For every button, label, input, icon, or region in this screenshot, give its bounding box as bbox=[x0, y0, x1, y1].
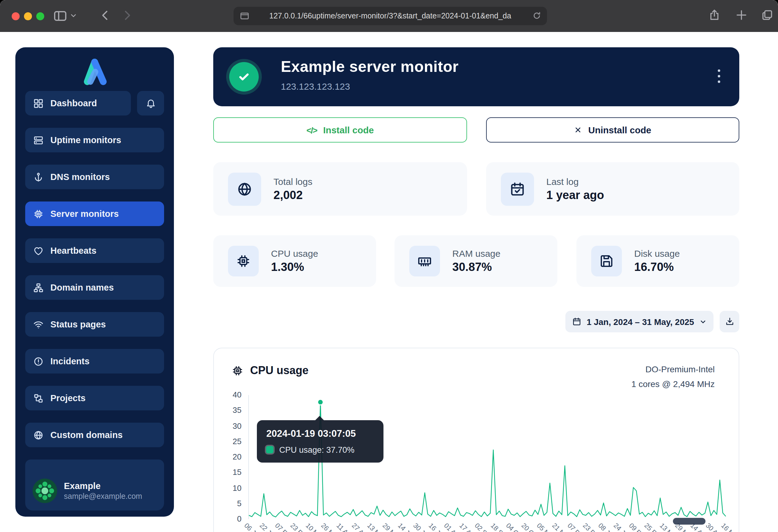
share-icon[interactable] bbox=[708, 9, 721, 21]
stat-value: 1 year ago bbox=[546, 188, 604, 202]
new-tab-icon[interactable] bbox=[735, 9, 748, 21]
app-logo bbox=[15, 57, 174, 85]
scrollbar-thumb[interactable] bbox=[673, 518, 705, 525]
zoom-window-button[interactable] bbox=[36, 12, 44, 20]
date-range-picker[interactable]: 1 Jan, 2024 – 31 May, 2025 bbox=[565, 311, 713, 332]
sidebar-item-label: Dashboard bbox=[51, 98, 97, 108]
sidebar-item-uptime-monitors[interactable]: Uptime monitors bbox=[25, 128, 164, 152]
sidebar-nav: Dashboard Uptime monitors bbox=[25, 91, 164, 484]
sidebar-item-domain-names[interactable]: Domain names bbox=[25, 275, 164, 300]
disk-usage-card: Disk usage 16.70% bbox=[576, 235, 739, 287]
sidebar-item-custom-domains[interactable]: Custom domains bbox=[25, 423, 164, 447]
server-info: DO-Premium-Intel 1 cores @ 2,494 MHz bbox=[555, 362, 715, 391]
stat-label: Last log bbox=[546, 176, 604, 186]
ram-icon bbox=[409, 246, 440, 276]
sidebar-item-label: Status pages bbox=[51, 320, 106, 329]
page-content: Dashboard Uptime monitors bbox=[0, 32, 778, 532]
back-button[interactable] bbox=[98, 9, 112, 22]
y-axis-tick-label: 30 bbox=[211, 421, 241, 430]
server-name: DO-Premium-Intel bbox=[555, 362, 715, 376]
projects-icon bbox=[33, 393, 44, 403]
monitor-header-card: Example server monitor 123.123.123.123 bbox=[213, 47, 739, 106]
sidebar-item-label: Heartbeats bbox=[51, 246, 96, 256]
tooltip-timestamp: 2024-01-19 03:07:05 bbox=[266, 428, 375, 439]
tab-overview-icon[interactable] bbox=[761, 9, 774, 21]
close-window-button[interactable] bbox=[12, 12, 20, 20]
page-icon bbox=[240, 11, 249, 21]
ram-usage-card: RAM usage 30.87% bbox=[395, 235, 557, 287]
address-bar[interactable]: 127.0.0.1/66uptime/server-monitor/3?&sta… bbox=[234, 7, 547, 25]
sidebar-item-dashboard[interactable]: Dashboard bbox=[25, 91, 131, 115]
uptime-monitors-icon bbox=[33, 135, 44, 145]
sidebar-item-projects[interactable]: Projects bbox=[25, 386, 164, 410]
toolbar-chevron-down-icon[interactable] bbox=[69, 12, 77, 20]
stat-label: RAM usage bbox=[452, 248, 500, 259]
user-name: Example bbox=[64, 481, 142, 491]
server-chip-icon bbox=[33, 208, 44, 219]
y-axis-tick-label: 5 bbox=[211, 499, 241, 508]
cpu-usage-card: CPU usage 1.30% bbox=[213, 235, 376, 287]
server-spec: 1 cores @ 2,494 MHz bbox=[555, 376, 715, 391]
sidebar-item-status-pages[interactable]: Status pages bbox=[25, 312, 164, 337]
download-button[interactable] bbox=[720, 311, 739, 332]
status-check-icon bbox=[229, 62, 259, 92]
dashboard-grid-icon bbox=[33, 98, 44, 108]
cpu-chip-icon bbox=[228, 246, 259, 276]
stat-label: Total logs bbox=[274, 176, 312, 186]
sidebar-item-server-monitors[interactable]: Server monitors bbox=[25, 201, 164, 226]
url-text: 127.0.0.1/66uptime/server-monitor/3?&sta… bbox=[269, 12, 511, 20]
stat-label: Disk usage bbox=[634, 248, 680, 259]
sidebar-item-label: Uptime monitors bbox=[51, 135, 121, 145]
incident-alert-icon bbox=[33, 356, 44, 366]
total-logs-card: Total logs 2,002 bbox=[213, 162, 467, 215]
browser-toolbar: 127.0.0.1/66uptime/server-monitor/3?&sta… bbox=[0, 0, 778, 32]
calendar-check-icon bbox=[501, 172, 534, 205]
bell-icon bbox=[145, 98, 156, 108]
sidebar-item-label: Projects bbox=[51, 393, 85, 403]
forward-button[interactable] bbox=[121, 9, 134, 22]
cpu-chip-icon bbox=[232, 365, 243, 376]
stat-label: CPU usage bbox=[271, 248, 318, 259]
y-axis-tick-label: 40 bbox=[211, 390, 241, 399]
status-wifi-icon bbox=[33, 319, 44, 330]
x-axis-tick-label: 16 May bbox=[720, 522, 741, 532]
install-code-button[interactable]: </> Install code bbox=[213, 117, 467, 143]
code-icon: </> bbox=[306, 125, 317, 135]
sidebar-item-label: DNS monitors bbox=[51, 172, 110, 182]
sidebar-item-label: Server monitors bbox=[51, 209, 119, 219]
chart-title: CPU usage bbox=[250, 364, 309, 377]
minimize-window-button[interactable] bbox=[24, 12, 32, 20]
notifications-button[interactable] bbox=[137, 91, 164, 115]
page-title: Example server monitor bbox=[281, 58, 459, 76]
x-icon bbox=[574, 126, 582, 134]
chart-highlight-dot bbox=[318, 399, 323, 405]
stat-value: 30.87% bbox=[452, 260, 500, 274]
sidebar-item-label: Custom domains bbox=[51, 430, 123, 440]
sidebar-item-dns-monitors[interactable]: DNS monitors bbox=[25, 165, 164, 189]
stat-value: 2,002 bbox=[274, 188, 312, 202]
sidebar-toggle-icon[interactable] bbox=[53, 9, 68, 23]
chevron-down-icon bbox=[700, 318, 707, 325]
stat-value: 1.30% bbox=[271, 260, 318, 274]
last-log-card: Last log 1 year ago bbox=[486, 162, 739, 215]
disk-icon bbox=[591, 246, 622, 276]
date-range-label: 1 Jan, 2024 – 31 May, 2025 bbox=[587, 317, 694, 327]
more-options-icon[interactable] bbox=[713, 68, 724, 84]
globe-icon bbox=[228, 172, 261, 205]
reload-icon[interactable] bbox=[532, 11, 541, 20]
sidebar: Dashboard Uptime monitors bbox=[15, 47, 174, 517]
sitemap-icon bbox=[33, 282, 44, 293]
chart-header: CPU usage bbox=[232, 364, 309, 377]
user-menu[interactable]: Example sample@example.com bbox=[25, 470, 164, 511]
user-email: sample@example.com bbox=[64, 492, 142, 500]
sidebar-item-heartbeats[interactable]: Heartbeats bbox=[25, 238, 164, 263]
uninstall-code-button[interactable]: Uninstall code bbox=[486, 117, 739, 143]
browser-window: 127.0.0.1/66uptime/server-monitor/3?&sta… bbox=[0, 0, 778, 532]
sidebar-item-label: Domain names bbox=[51, 283, 114, 292]
sidebar-item-incidents[interactable]: Incidents bbox=[25, 349, 164, 373]
traffic-lights bbox=[12, 12, 44, 20]
heartbeat-icon bbox=[33, 245, 44, 256]
y-axis-tick-label: 20 bbox=[211, 452, 241, 461]
y-axis-tick-label: 35 bbox=[211, 406, 241, 415]
y-axis-tick-label: 25 bbox=[211, 437, 241, 446]
